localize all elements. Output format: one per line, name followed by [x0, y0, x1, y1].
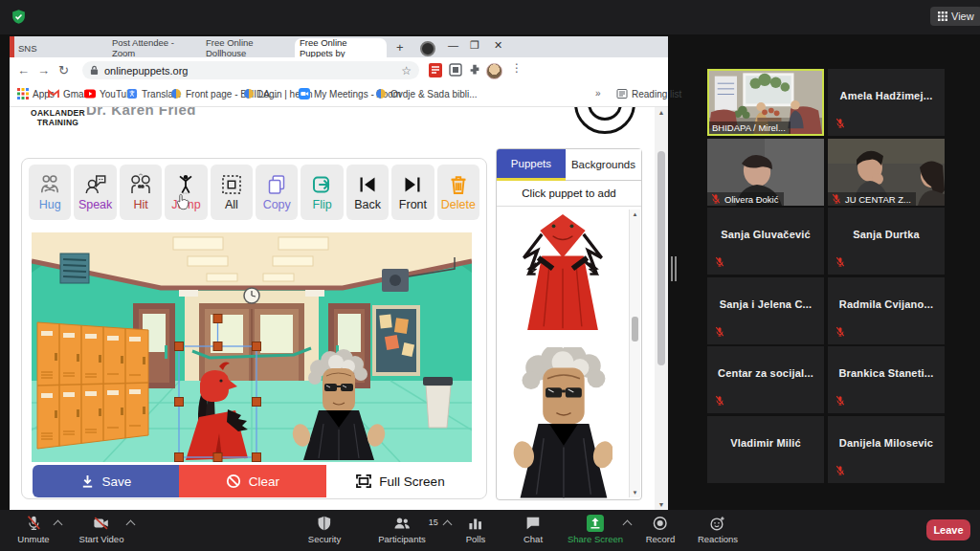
- toolbar-button-label: All: [225, 198, 238, 211]
- participant-tile[interactable]: Sanja i Jelena C...: [707, 277, 824, 344]
- bookmarks-overflow-chevron[interactable]: »: [595, 88, 601, 99]
- toolbar-button-hug[interactable]: Hug: [29, 165, 71, 220]
- security-button[interactable]: Security: [308, 515, 341, 544]
- scroll-down-icon[interactable]: ▼: [630, 490, 640, 496]
- bookmark-reading-list[interactable]: Reading list: [616, 88, 681, 99]
- participant-tile[interactable]: Olivera Đokić: [707, 139, 824, 206]
- view-button[interactable]: View: [930, 7, 980, 26]
- participant-tile[interactable]: Radmila Cvijano...: [828, 277, 945, 344]
- tab-backgrounds[interactable]: Backgrounds: [566, 149, 641, 181]
- participant-name: Vladimir Milić: [707, 437, 824, 449]
- scroll-down-icon[interactable]: ▼: [655, 501, 668, 508]
- fullscreen-button[interactable]: Full Screen: [326, 465, 475, 497]
- extension-icon[interactable]: [449, 63, 462, 77]
- view-label: View: [951, 11, 974, 22]
- record-button[interactable]: Record: [646, 515, 676, 544]
- browser-menu-icon[interactable]: ⋮: [511, 61, 523, 75]
- stage-action-buttons: Save Clear Full Screen: [33, 465, 475, 497]
- puppet-list-scrollbar[interactable]: ▲ ▼: [629, 209, 640, 497]
- window-minimize-button[interactable]: —: [448, 39, 458, 51]
- share-options-chevron[interactable]: [623, 520, 633, 530]
- participant-tile[interactable]: BHIDAPA / Mirel...: [707, 69, 824, 136]
- toolbar-button-label: Hug: [39, 198, 61, 211]
- no-entry-icon: [226, 474, 241, 489]
- participant-tile[interactable]: Amela Hadžimej...: [828, 69, 945, 136]
- toolbar-button-back[interactable]: Back: [346, 165, 389, 220]
- address-bar[interactable]: onlinepuppets.org ☆: [82, 61, 419, 79]
- bookmarks-bar: » Reading list AppsGmailYouTubeTranslate…: [10, 84, 668, 107]
- participant-tile[interactable]: Sanja Durtka: [828, 208, 945, 275]
- toolbar-button-hit[interactable]: Hit: [120, 165, 162, 220]
- start-video-button[interactable]: Start Video: [79, 515, 124, 544]
- chat-button[interactable]: Chat: [523, 515, 543, 544]
- video-options-chevron[interactable]: [126, 520, 136, 530]
- toolbar-button-speak[interactable]: Speak: [74, 165, 116, 220]
- pdf-extension-icon[interactable]: [429, 63, 442, 77]
- panel-resize-handle[interactable]: [670, 256, 678, 281]
- muted-mic-icon: [714, 256, 726, 269]
- participant-tile[interactable]: JU CENTAR Z...: [828, 139, 945, 206]
- scroll-up-icon[interactable]: ▲: [630, 211, 640, 217]
- toolbar-button-front[interactable]: Front: [391, 165, 434, 220]
- delete-icon: [447, 173, 470, 196]
- participant-name: Brankica Staneti...: [828, 367, 945, 379]
- copy-icon: [265, 173, 288, 196]
- site-logo-text: OAKLANDERTRAINING: [31, 109, 85, 127]
- bookmark-favicon-icon: [48, 88, 59, 99]
- profile-avatar[interactable]: [486, 63, 502, 79]
- browser-tab[interactable]: Post Attendee - Zoom: [107, 38, 199, 57]
- participants-options-chevron[interactable]: [443, 520, 453, 530]
- toolbar-button-label: Copy: [263, 198, 291, 211]
- puppet-item-devil[interactable]: [513, 211, 612, 340]
- toolbar-button-label: Hit: [133, 198, 147, 211]
- puppet-stage-card: HugSpeakHitJumpAllCopyFlipBackFrontDelet…: [21, 158, 487, 499]
- participant-name-overlay: Olivera Đokić: [707, 192, 784, 206]
- browser-tab[interactable]: SNS: [13, 38, 105, 57]
- participant-tile[interactable]: Danijela Milosevic: [828, 416, 945, 483]
- leave-button[interactable]: Leave: [926, 519, 970, 540]
- muted-mic-icon: [25, 515, 42, 532]
- toolbar-button-copy[interactable]: Copy: [256, 165, 298, 220]
- save-button[interactable]: Save: [33, 465, 179, 497]
- bookmark-item[interactable]: Ovdje & Sada bibli...: [375, 88, 478, 99]
- participant-tile[interactable]: Sanja Gluvačević: [707, 208, 824, 275]
- participant-name: Sanja Gluvačević: [707, 229, 824, 240]
- back-icon[interactable]: ←: [17, 63, 30, 77]
- puppet-item-old-man[interactable]: [513, 347, 612, 498]
- browser-tab[interactable]: Free Online Puppets by: [295, 38, 387, 57]
- new-tab-button[interactable]: +: [396, 40, 404, 55]
- polls-button[interactable]: Polls: [466, 515, 486, 544]
- meeting-info-shield-icon[interactable]: [11, 9, 27, 25]
- participant-tile[interactable]: Vladimir Milić: [707, 416, 824, 483]
- bookmark-item[interactable]: Gmail: [48, 88, 88, 99]
- muted-mic-icon: [710, 193, 722, 205]
- browser-profile-icon[interactable]: [420, 41, 435, 56]
- bookmark-star-icon[interactable]: ☆: [401, 64, 412, 77]
- clear-button[interactable]: Clear: [179, 465, 326, 497]
- toolbar-button-flip[interactable]: Flip: [301, 165, 343, 220]
- puzzle-extensions-icon[interactable]: [468, 63, 481, 77]
- browser-scrollbar[interactable]: ▲ ▼: [655, 107, 668, 510]
- zoom-meeting-screen: View + — ❐ ✕ SNSPost Attendee - ZoomFree…: [0, 0, 980, 551]
- scroll-up-icon[interactable]: ▲: [655, 109, 668, 116]
- window-restore-button[interactable]: ❐: [470, 39, 479, 52]
- toolbar-button-jump[interactable]: Jump: [165, 165, 207, 220]
- share-screen-button[interactable]: Share Screen: [568, 515, 623, 544]
- window-close-button[interactable]: ✕: [494, 39, 502, 52]
- participant-tile[interactable]: Brankica Staneti...: [828, 346, 945, 413]
- site-logo-arcs: [565, 107, 641, 140]
- reload-icon[interactable]: ↻: [58, 63, 69, 77]
- unmute-options-chevron[interactable]: [54, 520, 63, 530]
- unmute-button[interactable]: Unmute: [17, 515, 49, 544]
- participant-tile[interactable]: Centar za socijal...: [707, 346, 824, 413]
- puppet-stage[interactable]: [32, 232, 472, 462]
- toolbar-button-delete[interactable]: Delete: [437, 165, 479, 220]
- reactions-button[interactable]: Reactions: [698, 515, 738, 544]
- browser-tab[interactable]: Free Online Dollhouse: [201, 38, 293, 57]
- participants-button[interactable]: 15 Participants: [378, 515, 426, 544]
- tab-puppets[interactable]: Puppets: [497, 149, 566, 181]
- forward-icon[interactable]: →: [37, 63, 50, 77]
- hug-icon: [38, 173, 61, 196]
- toolbar-button-all[interactable]: All: [211, 165, 253, 220]
- vent: [60, 253, 89, 283]
